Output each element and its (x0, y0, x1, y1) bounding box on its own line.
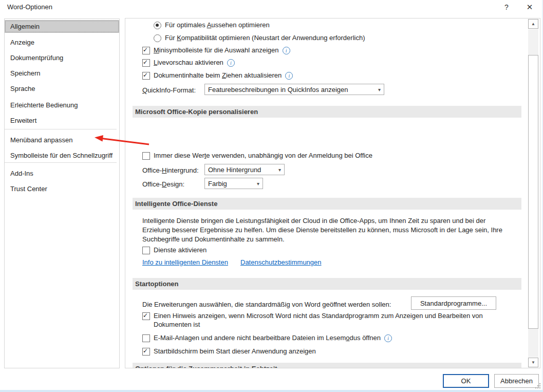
intelligent-services-description: Intelligente Dienste bringen die Leistun… (142, 216, 513, 244)
checkbox-default-program-notice[interactable]: Einen Hinweis anzeigen, wenn Microsoft W… (142, 311, 508, 329)
sidebar-item-add-ins[interactable]: Add-Ins (5, 166, 119, 181)
info-icon[interactable]: i (285, 72, 293, 80)
ok-button[interactable]: OK (443, 374, 489, 388)
sidebar-nav: Allgemein Anzeige Dokumentprüfung Speich… (4, 18, 120, 368)
checkbox-label: E-Mail-Anlagen und andere nicht bearbeit… (154, 333, 381, 342)
checkbox-label: Dokumentinhalte beim Ziehen aktualisiere… (154, 71, 282, 80)
office-theme-label: Office-Design: (142, 180, 184, 189)
default-programs-button[interactable]: Standardprogramme... (411, 296, 496, 310)
sidebar-item-trust-center[interactable]: Trust Center (5, 181, 119, 197)
info-icon[interactable]: i (227, 59, 235, 67)
checkbox-enable-services[interactable]: Dienste aktivieren (142, 246, 207, 254)
word-options-dialog: { "window": { "title": "Word-Optionen" }… (0, 0, 543, 392)
dropdown-value: Ohne Hintergrund (208, 166, 275, 174)
sidebar-item-symbolleiste-schnellzugriff[interactable]: Symbolleiste für den Schnellzugriff (5, 148, 119, 163)
radio-optimize-appearance[interactable]: Für optimales Aussehen optimieren (154, 21, 270, 29)
checkbox-live-preview[interactable]: Livevorschau aktivieren i (142, 58, 235, 67)
sidebar-item-erleichterte-bedienung[interactable]: Erleichterte Bedienung (5, 98, 119, 113)
quickinfo-format-label: QuickInfo-Format: (142, 86, 196, 95)
checkbox-icon (142, 312, 150, 320)
info-icon[interactable]: i (384, 334, 392, 342)
checkbox-icon (142, 152, 150, 160)
vertical-scrollbar: ▲ ▼ (528, 19, 538, 367)
office-background-dropdown[interactable]: Ohne Hintergrund ▾ (204, 164, 285, 175)
dropdown-value: Featurebeschreibungen in QuickInfos anze… (208, 86, 375, 94)
cancel-button[interactable]: Abbrechen (494, 374, 539, 388)
checkbox-icon (142, 59, 150, 67)
scrollbar-thumb[interactable] (528, 55, 538, 329)
window-title: Word-Optionen (7, 3, 52, 11)
checkbox-show-start-screen[interactable]: Startbildschirm beim Start dieser Anwend… (142, 347, 316, 356)
section-header-personalize: Microsoft Office-Kopie personalisieren (133, 106, 521, 118)
resize-grip[interactable] (539, 387, 540, 388)
radio-optimize-compatibility[interactable]: Für Kompatibilität optimieren (Neustart … (154, 33, 365, 42)
default-programs-label: Die Erweiterungen auswählen, die standar… (142, 300, 391, 309)
radio-icon (154, 34, 161, 42)
checkbox-icon (142, 47, 150, 54)
checkbox-icon (142, 247, 150, 254)
sidebar-item-dokumentpruefung[interactable]: Dokumentprüfung (5, 50, 119, 66)
sidebar-item-anzeige[interactable]: Anzeige (5, 35, 119, 50)
checkbox-email-attachments-reading-mode[interactable]: E-Mail-Anlagen und andere nicht bearbeit… (142, 333, 392, 342)
checkbox-label: Immer diese Werte verwenden, unabhängig … (154, 151, 372, 160)
sidebar-separator (5, 129, 117, 129)
checkbox-icon (142, 348, 150, 356)
sidebar-item-menueband-anpassen[interactable]: Menüband anpassen (5, 133, 119, 148)
close-icon[interactable]: ✕ (522, 0, 537, 14)
sidebar-item-erweitert[interactable]: Erweitert (5, 113, 119, 128)
info-icon[interactable]: i (283, 47, 290, 54)
checkbox-label: Startbildschirm beim Start dieser Anwend… (154, 347, 316, 356)
quickinfo-format-dropdown[interactable]: Featurebeschreibungen in QuickInfos anze… (204, 84, 384, 95)
checkbox-icon (142, 72, 150, 80)
checkbox-icon (142, 334, 150, 342)
office-theme-dropdown[interactable]: Farbig ▾ (204, 178, 263, 189)
sidebar-item-sprache[interactable]: Sprache (5, 81, 119, 97)
link-intelligent-services-info[interactable]: Info zu intelligenten Diensten (142, 258, 228, 267)
radio-label: Für optimales Aussehen optimieren (165, 21, 270, 29)
scroll-down-button[interactable]: ▼ (528, 358, 538, 367)
options-content-panel: Für optimales Aussehen optimieren Für Ko… (125, 18, 540, 368)
section-header-realtime-collaboration: Optionen für die Zusammenarbeit in Echtz… (133, 363, 521, 368)
checkbox-label: Livevorschau aktivieren (154, 58, 223, 67)
sidebar-item-speichern[interactable]: Speichern (5, 66, 119, 81)
link-privacy-statement[interactable]: Datenschutzbestimmungen (240, 258, 322, 267)
checkbox-always-use-values[interactable]: Immer diese Werte verwenden, unabhängig … (142, 151, 372, 160)
window-edge (0, 390, 543, 392)
scroll-up-button[interactable]: ▲ (528, 19, 538, 29)
radio-label: Für Kompatibilität optimieren (Neustart … (165, 33, 365, 42)
section-header-intelligent-services: Intelligente Office-Dienste (133, 198, 521, 210)
section-header-startup: Startoptionen (133, 278, 521, 290)
radio-icon (154, 22, 161, 29)
dropdown-value: Farbig (208, 180, 254, 188)
checkbox-update-on-drag[interactable]: Dokumentinhalte beim Ziehen aktualisiere… (142, 71, 293, 80)
titlebar: Word-Optionen ? ✕ (0, 0, 543, 15)
checkbox-label: Minisymbolleiste für die Auswahl anzeige… (154, 46, 279, 54)
checkbox-mini-toolbar[interactable]: Minisymbolleiste für die Auswahl anzeige… (142, 46, 290, 54)
checkbox-label: Einen Hinweis anzeigen, wenn Microsoft W… (154, 311, 508, 329)
chevron-down-icon: ▾ (257, 181, 259, 186)
sidebar-separator (5, 162, 117, 163)
checkbox-label: Dienste aktivieren (154, 246, 207, 254)
sidebar-item-allgemein[interactable]: Allgemein (5, 20, 119, 33)
chevron-down-icon: ▾ (378, 87, 381, 92)
help-icon[interactable]: ? (499, 0, 514, 14)
chevron-down-icon: ▾ (278, 167, 281, 173)
office-background-label: Office-Hintergrund: (142, 166, 199, 175)
